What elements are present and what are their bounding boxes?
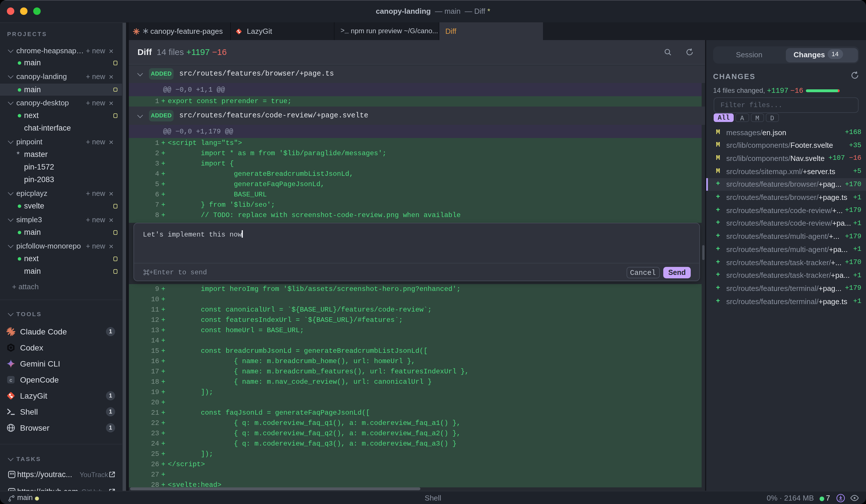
svg-text:c: c [10,378,12,383]
